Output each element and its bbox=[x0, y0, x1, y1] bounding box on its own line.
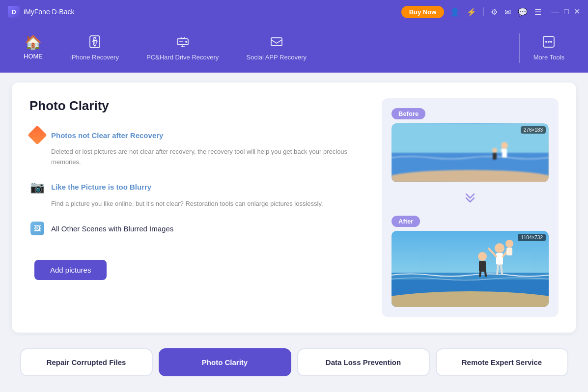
chat-icon[interactable]: 💬 bbox=[518, 7, 528, 17]
feature-header-3: 🖼 All Other Scenes with Blurred Images bbox=[29, 221, 367, 236]
before-label: Before bbox=[392, 108, 425, 119]
feature-other-scenes: 🖼 All Other Scenes with Blurred Images bbox=[29, 221, 367, 236]
more-tools-icon bbox=[542, 35, 556, 51]
after-size-tag: 1104×732 bbox=[518, 234, 546, 241]
menu-icon[interactable]: ☰ bbox=[534, 7, 541, 17]
down-arrows-icon bbox=[461, 190, 479, 208]
bottom-bar: Repair Corrupted Files Photo Clarity Dat… bbox=[0, 342, 588, 382]
svg-line-35 bbox=[485, 268, 486, 276]
card-left: Photo Clarity Photos not Clear after Rec… bbox=[29, 98, 367, 280]
home-icon: 🏠 bbox=[25, 36, 42, 50]
svg-rect-7 bbox=[271, 38, 282, 46]
svg-point-18 bbox=[492, 148, 497, 153]
titlebar-icons: 👤 ⚡ ⚙ ✉ 💬 ☰ bbox=[450, 7, 541, 17]
before-section: Before bbox=[392, 108, 549, 182]
svg-rect-29 bbox=[506, 248, 512, 255]
before-image-wrapper: 276×183 bbox=[392, 123, 549, 182]
feature-not-clear: Photos not Clear after Recovery Deleted … bbox=[29, 127, 367, 168]
scene-icon: 🖼 bbox=[29, 221, 45, 236]
buy-now-button[interactable]: Buy Now bbox=[401, 6, 445, 18]
svg-point-32 bbox=[478, 252, 487, 261]
after-image-wrapper: 1104×732 bbox=[392, 231, 549, 307]
arrow-section bbox=[392, 188, 549, 210]
feature-header-1: Photos not Clear after Recovery bbox=[29, 127, 367, 143]
svg-point-15 bbox=[501, 142, 508, 149]
nav-label-iphone: iPhone Recovery bbox=[70, 54, 119, 61]
svg-point-9 bbox=[545, 41, 547, 43]
feature-label-2[interactable]: Like the Picture is too Blurry bbox=[51, 183, 151, 191]
nav-item-iphone-recovery[interactable]: iPhone Recovery bbox=[56, 29, 133, 67]
add-pictures-button[interactable]: Add pictures bbox=[34, 260, 107, 280]
pc-harddrive-icon bbox=[176, 35, 190, 51]
titlebar: D iMyFone D-Back Buy Now 👤 ⚡ ⚙ ✉ 💬 ☰ — □… bbox=[0, 0, 588, 24]
svg-point-3 bbox=[185, 41, 187, 43]
after-section: After bbox=[392, 216, 549, 307]
nav-label-more: More Tools bbox=[533, 54, 564, 61]
close-button[interactable]: ✕ bbox=[574, 8, 580, 16]
svg-point-10 bbox=[548, 41, 550, 43]
nav-label-social: Social APP Recovery bbox=[246, 54, 307, 61]
camera-icon: 📷 bbox=[29, 179, 45, 195]
feature-desc-1: Deleted or lost pictures are not clear a… bbox=[51, 147, 367, 168]
nav-item-home[interactable]: 🏠 HOME bbox=[10, 30, 56, 66]
feature-label-1[interactable]: Photos not Clear after Recovery bbox=[51, 131, 163, 140]
window-controls: — □ ✕ bbox=[551, 8, 580, 16]
svg-point-1 bbox=[94, 45, 95, 47]
diamond-icon bbox=[29, 127, 45, 143]
app-title: iMyFone D-Back bbox=[24, 8, 74, 16]
before-after-panel: Before bbox=[382, 98, 559, 317]
mail-icon[interactable]: ✉ bbox=[504, 7, 511, 17]
discord-icon[interactable]: ⚡ bbox=[467, 7, 476, 17]
repair-corrupted-tab[interactable]: Repair Corrupted Files bbox=[20, 348, 153, 376]
feature-desc-2: Find a picture you like online, but it's… bbox=[51, 199, 367, 209]
user-icon[interactable]: 👤 bbox=[450, 7, 460, 17]
app-logo: D bbox=[8, 6, 20, 18]
main-content: Photo Clarity Photos not Clear after Rec… bbox=[0, 73, 588, 342]
main-card: Photo Clarity Photos not Clear after Rec… bbox=[12, 83, 576, 333]
svg-point-11 bbox=[550, 41, 552, 43]
settings-icon[interactable]: ⚙ bbox=[491, 7, 498, 17]
svg-point-28 bbox=[505, 240, 513, 248]
minimize-button[interactable]: — bbox=[551, 8, 559, 16]
card-title: Photo Clarity bbox=[29, 98, 367, 113]
navbar: 🏠 HOME iPhone Recovery bbox=[0, 24, 588, 73]
before-size-tag: 276×183 bbox=[521, 126, 546, 134]
data-loss-tab[interactable]: Data Loss Prevention bbox=[297, 348, 430, 376]
svg-line-31 bbox=[501, 265, 502, 274]
titlebar-divider bbox=[483, 7, 484, 16]
remote-expert-tab[interactable]: Remote Expert Service bbox=[436, 348, 568, 376]
nav-label-home: HOME bbox=[24, 53, 43, 60]
iphone-recovery-icon bbox=[88, 35, 102, 51]
social-app-icon bbox=[270, 35, 283, 51]
feature-blurry: 📷 Like the Picture is too Blurry Find a … bbox=[29, 179, 367, 209]
titlebar-right: Buy Now 👤 ⚡ ⚙ ✉ 💬 ☰ — □ ✕ bbox=[401, 6, 580, 18]
photo-clarity-tab[interactable]: Photo Clarity bbox=[159, 348, 291, 376]
nav-label-pc: PC&Hard Drive Recovery bbox=[146, 54, 219, 61]
after-image bbox=[392, 231, 549, 307]
svg-point-23 bbox=[392, 291, 549, 307]
maximize-button[interactable]: □ bbox=[564, 8, 569, 16]
nav-item-pc-harddrive[interactable]: PC&Hard Drive Recovery bbox=[133, 29, 232, 67]
nav-item-social-app[interactable]: Social APP Recovery bbox=[232, 29, 320, 67]
after-label: After bbox=[392, 216, 420, 227]
svg-point-24 bbox=[495, 243, 504, 253]
svg-line-30 bbox=[497, 265, 498, 274]
svg-line-34 bbox=[480, 268, 481, 276]
nav-item-more-tools[interactable]: More Tools bbox=[520, 29, 578, 67]
feature-header-2: 📷 Like the Picture is too Blurry bbox=[29, 179, 367, 195]
feature-label-3: All Other Scenes with Blurred Images bbox=[51, 224, 173, 233]
svg-rect-19 bbox=[493, 153, 497, 160]
svg-rect-25 bbox=[496, 253, 503, 265]
titlebar-left: D iMyFone D-Back bbox=[8, 6, 74, 18]
